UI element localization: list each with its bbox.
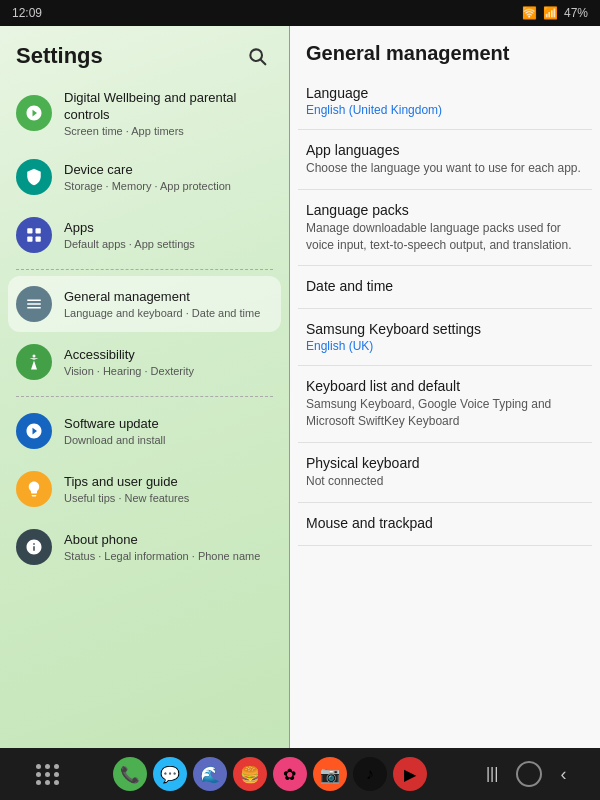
settings-panel: Settings Digital Wellbeing and parental … [0,26,290,748]
device-care-subtitle: Storage · Memory · App protection [64,180,273,192]
taskbar-app-app1[interactable]: 🍔 [233,757,267,791]
device-care-title: Device care [64,162,273,179]
device-frame: 12:09 🛜 📶 47% Settings Digital Wellbeing… [0,0,600,800]
gm-item-language-packs[interactable]: Language packsManage downloadable langua… [298,190,592,267]
software-update-text: Software updateDownload and install [64,416,273,446]
about-phone-subtitle: Status · Legal information · Phone name [64,550,273,562]
gm-item-subtitle-physical-keyboard: Not connected [306,473,584,490]
settings-item-general-management[interactable]: General managementLanguage and keyboard … [8,276,281,332]
taskbar-app-youtube[interactable]: ▶ [393,757,427,791]
accessibility-text: AccessibilityVision · Hearing · Dexterit… [64,347,273,377]
divider-accessibility [16,396,273,397]
search-button[interactable] [241,40,273,72]
digital-wellbeing-title: Digital Wellbeing and parental controls [64,90,273,124]
accessibility-subtitle: Vision · Hearing · Dexterity [64,365,273,377]
gm-header: General management [290,26,600,73]
svg-rect-3 [36,228,41,233]
battery-indicator: 47% [564,6,588,20]
about-phone-icon [16,529,52,565]
gm-list: LanguageEnglish (United Kingdom)App lang… [290,73,600,748]
gm-item-mouse-trackpad[interactable]: Mouse and trackpad [298,503,592,546]
about-phone-text: About phoneStatus · Legal information · … [64,532,273,562]
taskbar-app-phone[interactable]: 📞 [113,757,147,791]
signal-icon: 📶 [543,6,558,20]
gm-item-title-keyboard-list: Keyboard list and default [306,378,584,394]
svg-rect-4 [27,236,32,241]
device-care-icon [16,159,52,195]
taskbar-app-messages[interactable]: 💬 [153,757,187,791]
settings-item-tips[interactable]: Tips and user guideUseful tips · New fea… [8,461,281,517]
digital-wellbeing-icon [16,95,52,131]
gm-item-app-languages[interactable]: App languagesChoose the language you wan… [298,130,592,190]
general-management-icon [16,286,52,322]
software-update-subtitle: Download and install [64,434,273,446]
accessibility-icon [16,344,52,380]
gm-item-title-date-time: Date and time [306,278,584,294]
software-update-icon [16,413,52,449]
taskbar-app-tiktok[interactable]: ♪ [353,757,387,791]
apps-title: Apps [64,220,273,237]
general-management-title: General management [64,289,273,306]
apps-text: AppsDefault apps · App settings [64,220,273,250]
accessibility-title: Accessibility [64,347,273,364]
wifi-icon: 🛜 [522,6,537,20]
divider-apps [16,269,273,270]
main-content: Settings Digital Wellbeing and parental … [0,26,600,748]
settings-title: Settings [16,43,103,69]
gm-item-physical-keyboard[interactable]: Physical keyboardNot connected [298,443,592,503]
svg-rect-5 [36,236,41,241]
gm-item-subtitle-language-packs: Manage downloadable language packs used … [306,220,584,254]
apps-subtitle: Default apps · App settings [64,238,273,250]
general-management-panel: General management LanguageEnglish (Unit… [290,26,600,748]
settings-item-apps[interactable]: AppsDefault apps · App settings [8,207,281,263]
settings-list: Digital Wellbeing and parental controlsS… [0,80,289,748]
gm-item-title-physical-keyboard: Physical keyboard [306,455,584,471]
gm-item-keyboard-list[interactable]: Keyboard list and defaultSamsung Keyboar… [298,366,592,443]
taskbar: 📞💬🌊🍔✿📷♪▶ ||| ‹ [0,748,600,800]
settings-item-accessibility[interactable]: AccessibilityVision · Hearing · Dexterit… [8,334,281,390]
svg-rect-2 [27,228,32,233]
gm-item-samsung-keyboard[interactable]: Samsung Keyboard settingsEnglish (UK) [298,309,592,366]
settings-item-digital-wellbeing[interactable]: Digital Wellbeing and parental controlsS… [8,80,281,147]
about-phone-title: About phone [64,532,273,549]
gm-item-title-language: Language [306,85,584,101]
settings-header: Settings [0,26,289,80]
gm-item-title-samsung-keyboard: Samsung Keyboard settings [306,321,584,337]
general-management-subtitle: Language and keyboard · Date and time [64,307,273,319]
taskbar-app-browser[interactable]: 🌊 [193,757,227,791]
gm-item-link-samsung-keyboard: English (UK) [306,339,584,353]
gm-item-date-time[interactable]: Date and time [298,266,592,309]
settings-item-about-phone[interactable]: About phoneStatus · Legal information · … [8,519,281,575]
status-time: 12:09 [12,6,42,20]
gm-item-subtitle-app-languages: Choose the language you want to use for … [306,160,584,177]
tips-icon [16,471,52,507]
app-drawer-button[interactable] [34,762,62,787]
recent-apps-button[interactable]: ||| [486,765,498,783]
tips-text: Tips and user guideUseful tips · New fea… [64,474,273,504]
svg-line-1 [261,60,266,65]
gm-item-title-language-packs: Language packs [306,202,584,218]
gm-item-subtitle-keyboard-list: Samsung Keyboard, Google Voice Typing an… [306,396,584,430]
general-management-text: General managementLanguage and keyboard … [64,289,273,319]
software-update-title: Software update [64,416,273,433]
gm-item-title-app-languages: App languages [306,142,584,158]
back-button[interactable]: ‹ [560,764,566,785]
apps-icon [16,217,52,253]
taskbar-app-camera[interactable]: 📷 [313,757,347,791]
home-button[interactable] [516,761,542,787]
gm-item-language[interactable]: LanguageEnglish (United Kingdom) [298,73,592,130]
tips-title: Tips and user guide [64,474,273,491]
digital-wellbeing-text: Digital Wellbeing and parental controlsS… [64,90,273,137]
gm-title: General management [306,42,509,64]
taskbar-app-app2[interactable]: ✿ [273,757,307,791]
gm-item-link-language: English (United Kingdom) [306,103,584,117]
gm-item-title-mouse-trackpad: Mouse and trackpad [306,515,584,531]
nav-buttons: ||| ‹ [486,761,566,787]
tips-subtitle: Useful tips · New features [64,492,273,504]
digital-wellbeing-subtitle: Screen time · App timers [64,125,273,137]
device-care-text: Device careStorage · Memory · App protec… [64,162,273,192]
settings-item-software-update[interactable]: Software updateDownload and install [8,403,281,459]
svg-point-6 [33,354,36,357]
settings-item-device-care[interactable]: Device careStorage · Memory · App protec… [8,149,281,205]
